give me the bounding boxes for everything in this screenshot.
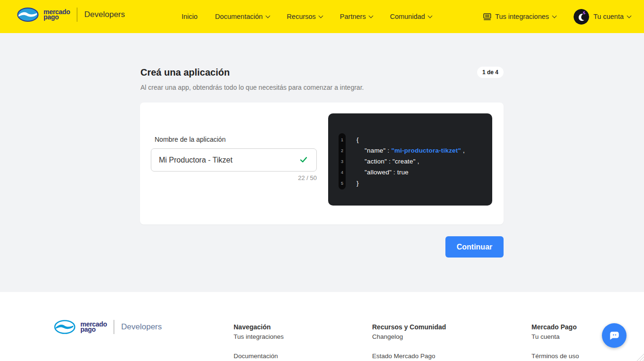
brand-wordmark: mercado pago bbox=[80, 322, 107, 332]
chevron-down-icon bbox=[627, 13, 632, 18]
footer-column-mercadopago: Mercado Pago Tu cuenta Términos de uso bbox=[531, 323, 579, 360]
page-footer: mercado pago Developers Navegación Tus i… bbox=[0, 292, 644, 361]
main-content-area: Creá una aplicación Al crear una app, ob… bbox=[0, 33, 644, 292]
app-name-input[interactable] bbox=[151, 148, 317, 172]
footer-column-navegacion: Navegación Tus integraciones Documentaci… bbox=[234, 323, 284, 360]
top-navbar: mercado pago Developers Inicio Documenta… bbox=[0, 0, 644, 33]
nav-item-inicio[interactable]: Inicio bbox=[182, 13, 198, 20]
code-line: } bbox=[357, 178, 465, 189]
integrations-list-icon bbox=[483, 13, 491, 21]
code-line: { bbox=[357, 134, 465, 145]
footer-column-title: Navegación bbox=[234, 323, 284, 331]
footer-link-changelog[interactable]: Changelog bbox=[372, 333, 446, 340]
footer-logo[interactable]: mercado pago Developers bbox=[54, 319, 162, 335]
nav-item-documentacion[interactable]: Documentación bbox=[215, 13, 270, 20]
mercadopago-developers-logo[interactable]: mercado pago Developers bbox=[17, 7, 125, 22]
user-avatar[interactable] bbox=[574, 9, 589, 25]
mercadopago-handshake-icon bbox=[54, 319, 76, 335]
code-line: "action" : "create" , bbox=[357, 156, 465, 167]
chevron-down-icon bbox=[318, 13, 323, 18]
nav-item-recursos[interactable]: Recursos bbox=[287, 13, 322, 20]
code-lines: { "name" : "mi-productora-tikzet" , "act… bbox=[346, 133, 465, 189]
chat-bubble-icon bbox=[608, 329, 620, 342]
header-right-cluster: Tus integraciones Tu cuenta bbox=[483, 0, 631, 33]
developers-label: Developers bbox=[84, 10, 125, 19]
footer-link-estado[interactable]: Estado Mercado Pago bbox=[372, 352, 446, 360]
account-menu[interactable]: Tu cuenta bbox=[593, 13, 631, 20]
create-app-wizard: Creá una aplicación Al crear una app, ob… bbox=[140, 33, 504, 292]
footer-column-recursos: Recursos y Comunidad Changelog Estado Me… bbox=[372, 323, 446, 360]
footer-link-tu-cuenta[interactable]: Tu cuenta bbox=[531, 333, 579, 340]
developers-label: Developers bbox=[121, 322, 162, 332]
brand-divider bbox=[77, 8, 78, 22]
footer-link-tus-integraciones[interactable]: Tus integraciones bbox=[234, 333, 284, 340]
app-name-label: Nombre de la aplicación bbox=[155, 136, 226, 143]
footer-link-terminos[interactable]: Términos de uso bbox=[531, 352, 579, 360]
line-number: 2 bbox=[339, 145, 346, 156]
nav-item-partners[interactable]: Partners bbox=[340, 13, 373, 20]
continue-button[interactable]: Continuar bbox=[445, 236, 504, 258]
chevron-down-icon bbox=[265, 13, 270, 18]
chevron-down-icon bbox=[552, 13, 557, 18]
line-number-gutter: 1 2 3 4 5 bbox=[339, 133, 346, 189]
code-body: 1 2 3 4 5 { "name" : "mi-productora-tikz… bbox=[339, 133, 465, 189]
chat-support-button[interactable] bbox=[602, 323, 627, 348]
main-navigation: Inicio Documentación Recursos Partners C… bbox=[182, 0, 432, 33]
char-counter: 22 / 50 bbox=[151, 174, 317, 181]
code-line: "allowed" : true bbox=[357, 167, 465, 178]
app-name-card: Nombre de la aplicación 22 / 50 1 2 3 4 … bbox=[140, 103, 504, 224]
footer-column-title: Recursos y Comunidad bbox=[372, 323, 446, 331]
nav-item-comunidad[interactable]: Comunidad bbox=[390, 13, 432, 20]
line-number: 3 bbox=[339, 156, 346, 167]
line-number: 5 bbox=[339, 178, 346, 189]
chevron-down-icon bbox=[427, 13, 432, 18]
page-subtitle: Al crear una app, obtendrás todo lo que … bbox=[140, 84, 364, 91]
line-number: 4 bbox=[339, 167, 346, 178]
line-number: 1 bbox=[339, 134, 346, 145]
chevron-down-icon bbox=[368, 13, 373, 18]
brand-divider bbox=[113, 320, 114, 334]
mercadopago-handshake-icon bbox=[17, 7, 39, 22]
code-line: "name" : "mi-productora-tikzet" , bbox=[357, 145, 465, 156]
page-title: Creá una aplicación bbox=[140, 67, 230, 78]
integrations-menu[interactable]: Tus integraciones bbox=[483, 13, 556, 21]
footer-link-documentacion[interactable]: Documentación bbox=[234, 352, 284, 360]
step-indicator-badge: 1 de 4 bbox=[477, 67, 504, 78]
brand-wordmark: mercado pago bbox=[44, 9, 70, 20]
json-preview-code-block: 1 2 3 4 5 { "name" : "mi-productora-tikz… bbox=[328, 113, 492, 206]
footer-column-title: Mercado Pago bbox=[531, 323, 579, 331]
